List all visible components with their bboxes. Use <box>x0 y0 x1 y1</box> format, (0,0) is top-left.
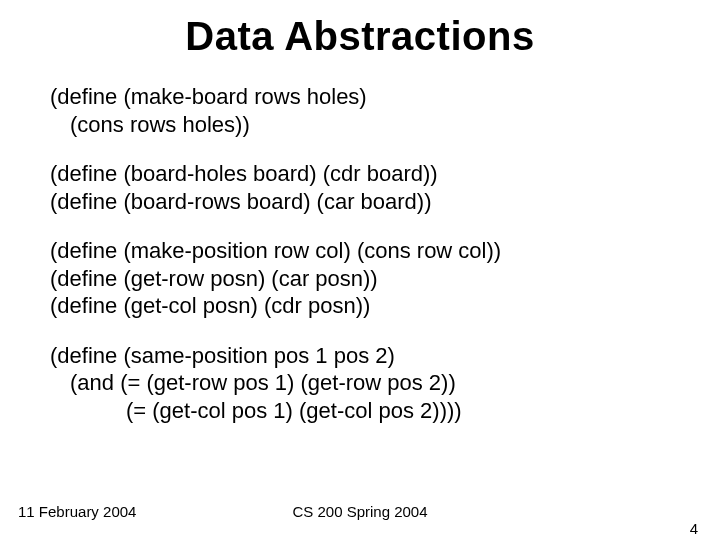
code-block-4: (define (same-position pos 1 pos 2) (and… <box>50 342 670 425</box>
code-line: (define (board-rows board) (car board)) <box>50 188 670 216</box>
slide-title: Data Abstractions <box>50 14 670 59</box>
code-line: (cons rows holes)) <box>50 111 670 139</box>
footer-page-number: 4 <box>690 520 698 537</box>
code-line: (= (get-col pos 1) (get-col pos 2)))) <box>50 397 670 425</box>
code-block-2: (define (board-holes board) (cdr board))… <box>50 160 670 215</box>
code-block-3: (define (make-position row col) (cons ro… <box>50 237 670 320</box>
code-line: (define (make-position row col) (cons ro… <box>50 237 670 265</box>
code-line: (define (get-col posn) (cdr posn)) <box>50 292 670 320</box>
code-line: (define (same-position pos 1 pos 2) <box>50 342 670 370</box>
code-block-1: (define (make-board rows holes) (cons ro… <box>50 83 670 138</box>
code-line: (define (get-row posn) (car posn)) <box>50 265 670 293</box>
slide: Data Abstractions (define (make-board ro… <box>0 0 720 540</box>
footer-date: 11 February 2004 <box>18 503 136 520</box>
code-line: (and (= (get-row pos 1) (get-row pos 2)) <box>50 369 670 397</box>
slide-footer: 11 February 2004 CS 200 Spring 2004 4 <box>0 503 720 520</box>
code-line: (define (board-holes board) (cdr board)) <box>50 160 670 188</box>
code-line: (define (make-board rows holes) <box>50 83 670 111</box>
